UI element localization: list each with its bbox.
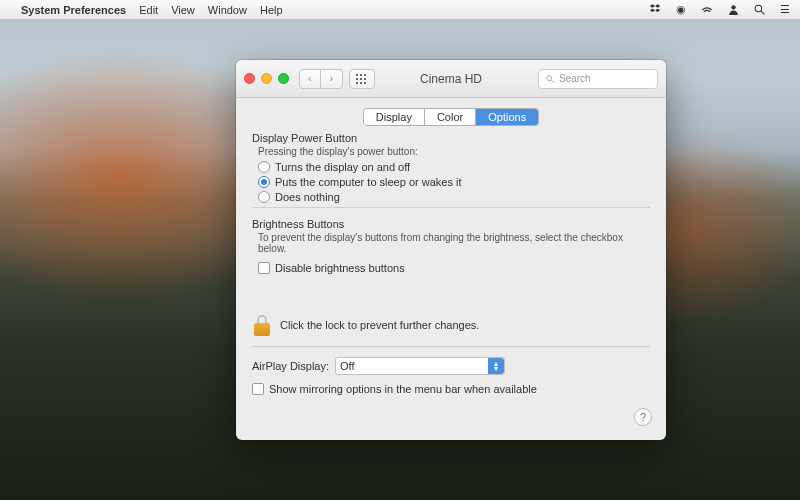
- svg-rect-11: [364, 82, 366, 84]
- radio-icon: [258, 161, 270, 173]
- checkbox-label: Disable brightness buttons: [275, 262, 405, 274]
- menubar-window[interactable]: Window: [208, 4, 247, 16]
- airplay-select[interactable]: Off ▴▾: [335, 357, 505, 375]
- menubar-view[interactable]: View: [171, 4, 195, 16]
- brightness-section-subtitle: To prevent the display's buttons from ch…: [258, 232, 650, 254]
- traffic-lights: [244, 73, 289, 84]
- mirror-checkbox-row[interactable]: Show mirroring options in the menu bar w…: [252, 383, 650, 395]
- radio-label: Turns the display on and off: [275, 161, 410, 173]
- svg-point-1: [755, 5, 762, 12]
- svg-rect-7: [360, 78, 362, 80]
- lock-text: Click the lock to prevent further change…: [280, 319, 479, 331]
- status-icon[interactable]: ◉: [674, 3, 688, 17]
- svg-point-12: [547, 75, 552, 80]
- lock-row: Click the lock to prevent further change…: [252, 310, 650, 340]
- svg-rect-10: [360, 82, 362, 84]
- forward-button[interactable]: ›: [321, 69, 343, 89]
- radio-sleep-wake[interactable]: Puts the computer to sleep or wakes it: [258, 176, 650, 188]
- help-button[interactable]: ?: [634, 408, 652, 426]
- wifi-icon[interactable]: [700, 3, 714, 17]
- minimize-button[interactable]: [261, 73, 272, 84]
- preferences-window: ‹ › Cinema HD Search Display Color Optio…: [236, 60, 666, 440]
- menubar-edit[interactable]: Edit: [139, 4, 158, 16]
- svg-rect-4: [360, 74, 362, 76]
- user-icon[interactable]: [726, 3, 740, 17]
- dropbox-icon[interactable]: [648, 3, 662, 17]
- tab-options[interactable]: Options: [476, 109, 538, 125]
- search-field[interactable]: Search: [538, 69, 658, 89]
- svg-rect-3: [356, 74, 358, 76]
- radio-label: Puts the computer to sleep or wakes it: [275, 176, 461, 188]
- power-section-subtitle: Pressing the display's power button:: [258, 146, 650, 157]
- lock-icon[interactable]: [252, 314, 272, 336]
- menubar: System Preferences Edit View Window Help…: [0, 0, 800, 20]
- checkbox-icon: [252, 383, 264, 395]
- window-title: Cinema HD: [420, 72, 482, 86]
- svg-point-0: [731, 5, 735, 9]
- menubar-help[interactable]: Help: [260, 4, 283, 16]
- tab-bar: Display Color Options: [236, 98, 666, 132]
- svg-rect-9: [356, 82, 358, 84]
- search-placeholder: Search: [559, 73, 591, 84]
- show-all-button[interactable]: [349, 69, 375, 89]
- radio-icon: [258, 191, 270, 203]
- checkbox-icon: [258, 262, 270, 274]
- radio-icon: [258, 176, 270, 188]
- brightness-section-title: Brightness Buttons: [252, 218, 650, 230]
- zoom-button[interactable]: [278, 73, 289, 84]
- mirror-label: Show mirroring options in the menu bar w…: [269, 383, 537, 395]
- tab-color[interactable]: Color: [425, 109, 476, 125]
- svg-rect-8: [364, 78, 366, 80]
- svg-line-13: [551, 80, 554, 83]
- radio-label: Does nothing: [275, 191, 340, 203]
- back-button[interactable]: ‹: [299, 69, 321, 89]
- select-arrows-icon: ▴▾: [488, 358, 504, 374]
- airplay-label: AirPlay Display:: [252, 360, 329, 372]
- divider: [252, 346, 650, 347]
- power-section-title: Display Power Button: [252, 132, 650, 144]
- tab-display[interactable]: Display: [364, 109, 425, 125]
- titlebar[interactable]: ‹ › Cinema HD Search: [236, 60, 666, 98]
- svg-rect-6: [356, 78, 358, 80]
- close-button[interactable]: [244, 73, 255, 84]
- content-area: Display Power Button Pressing the displa…: [236, 132, 666, 395]
- spotlight-icon[interactable]: [752, 3, 766, 17]
- airplay-row: AirPlay Display: Off ▴▾: [252, 357, 650, 375]
- svg-rect-5: [364, 74, 366, 76]
- menu-extras-icon[interactable]: ☰: [778, 3, 792, 17]
- search-icon: [545, 74, 555, 84]
- radio-turns-display[interactable]: Turns the display on and off: [258, 161, 650, 173]
- radio-does-nothing[interactable]: Does nothing: [258, 191, 650, 203]
- svg-line-2: [761, 11, 764, 14]
- menubar-app-name[interactable]: System Preferences: [21, 4, 126, 16]
- disable-brightness-checkbox[interactable]: Disable brightness buttons: [258, 262, 650, 274]
- divider: [252, 207, 650, 208]
- airplay-value: Off: [340, 360, 354, 372]
